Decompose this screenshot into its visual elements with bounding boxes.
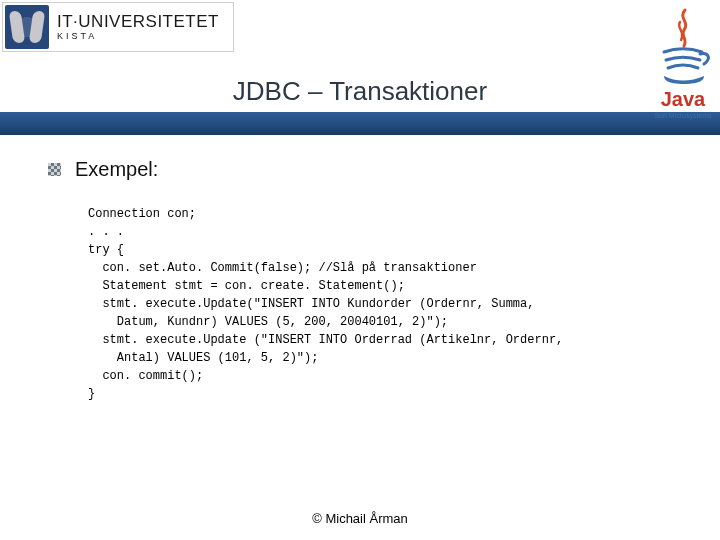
logo-sub-text: KISTA [57, 32, 219, 41]
logo-main-text: IT·UNIVERSITETET [57, 13, 219, 30]
bullet-label: Exempel: [75, 158, 158, 181]
footer-copyright: © Michail Årman [0, 511, 720, 526]
logo-mark-icon [5, 5, 49, 49]
header-band [0, 112, 720, 135]
logo-text: IT·UNIVERSITETET KISTA [57, 13, 219, 41]
svg-text:Sun Microsystems: Sun Microsystems [654, 112, 712, 120]
java-logo-icon: Java Sun Microsystems [650, 2, 716, 130]
code-block: Connection con; . . . try { con. set.Aut… [88, 205, 672, 403]
svg-text:Java: Java [661, 88, 706, 110]
university-logo: IT·UNIVERSITETET KISTA [2, 2, 234, 52]
bullet-row: Exempel: [48, 158, 672, 181]
slide-title: JDBC – Transaktioner [0, 76, 720, 107]
bullet-icon [48, 163, 61, 176]
